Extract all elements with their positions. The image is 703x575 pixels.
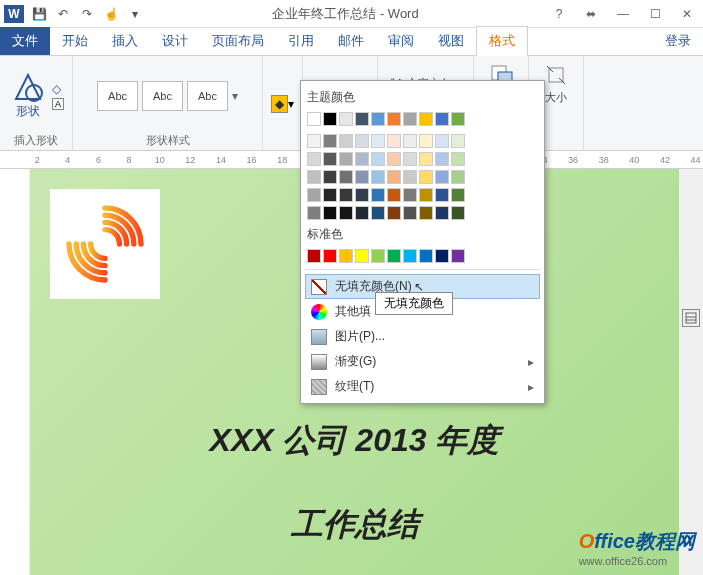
color-swatch[interactable]	[451, 134, 465, 148]
color-swatch[interactable]	[387, 188, 401, 202]
company-logo[interactable]	[50, 189, 160, 299]
color-swatch[interactable]	[355, 188, 369, 202]
color-swatch[interactable]	[371, 170, 385, 184]
document-title-line1[interactable]: XXX 公司 2013 年度	[50, 419, 659, 463]
color-swatch[interactable]	[323, 206, 337, 220]
shape-style-1[interactable]: Abc	[97, 81, 138, 111]
edit-shape-icon[interactable]: ◇	[52, 82, 64, 96]
color-swatch[interactable]	[323, 152, 337, 166]
tab-view[interactable]: 视图	[426, 27, 476, 55]
maximize-button[interactable]: ☐	[643, 7, 667, 21]
color-swatch[interactable]	[307, 134, 321, 148]
color-swatch[interactable]	[339, 170, 353, 184]
color-swatch[interactable]	[435, 188, 449, 202]
tab-format[interactable]: 格式	[476, 26, 528, 56]
color-swatch[interactable]	[435, 170, 449, 184]
redo-icon[interactable]: ↷	[78, 5, 96, 23]
color-swatch[interactable]	[419, 188, 433, 202]
textbox-icon[interactable]: A	[52, 98, 64, 110]
color-swatch[interactable]	[387, 170, 401, 184]
color-swatch[interactable]	[451, 249, 465, 263]
color-swatch[interactable]	[323, 134, 337, 148]
color-swatch[interactable]	[403, 249, 417, 263]
color-swatch[interactable]	[419, 249, 433, 263]
color-swatch[interactable]	[323, 112, 337, 126]
shape-fill-button[interactable]: ◆▾	[271, 95, 294, 113]
shape-style-3[interactable]: Abc	[187, 81, 228, 111]
gradient-fill-item[interactable]: 渐变(G) ▸	[305, 349, 540, 374]
color-swatch[interactable]	[435, 249, 449, 263]
tab-login[interactable]: 登录	[653, 27, 703, 55]
touch-icon[interactable]: ☝	[102, 5, 120, 23]
save-icon[interactable]: 💾	[30, 5, 48, 23]
color-swatch[interactable]	[451, 188, 465, 202]
tab-references[interactable]: 引用	[276, 27, 326, 55]
color-swatch[interactable]	[403, 134, 417, 148]
shapes-button[interactable]: 形状	[8, 71, 48, 121]
color-swatch[interactable]	[307, 112, 321, 126]
color-swatch[interactable]	[403, 188, 417, 202]
color-swatch[interactable]	[339, 249, 353, 263]
color-swatch[interactable]	[339, 112, 353, 126]
undo-icon[interactable]: ↶	[54, 5, 72, 23]
tab-layout[interactable]: 页面布局	[200, 27, 276, 55]
color-swatch[interactable]	[355, 206, 369, 220]
right-scrollbar[interactable]	[679, 169, 703, 575]
color-swatch[interactable]	[339, 206, 353, 220]
color-swatch[interactable]	[451, 170, 465, 184]
color-swatch[interactable]	[435, 206, 449, 220]
color-swatch[interactable]	[355, 112, 369, 126]
color-swatch[interactable]	[387, 249, 401, 263]
color-swatch[interactable]	[435, 134, 449, 148]
color-swatch[interactable]	[307, 206, 321, 220]
color-swatch[interactable]	[371, 188, 385, 202]
color-swatch[interactable]	[435, 112, 449, 126]
color-swatch[interactable]	[403, 206, 417, 220]
color-swatch[interactable]	[387, 206, 401, 220]
color-swatch[interactable]	[355, 134, 369, 148]
layout-options-icon[interactable]	[682, 309, 700, 327]
color-swatch[interactable]	[371, 249, 385, 263]
color-swatch[interactable]	[323, 170, 337, 184]
tab-review[interactable]: 审阅	[376, 27, 426, 55]
color-swatch[interactable]	[387, 134, 401, 148]
color-swatch[interactable]	[451, 112, 465, 126]
styles-more-icon[interactable]: ▾	[232, 89, 238, 103]
color-swatch[interactable]	[435, 152, 449, 166]
color-swatch[interactable]	[371, 206, 385, 220]
tab-insert[interactable]: 插入	[100, 27, 150, 55]
shape-style-2[interactable]: Abc	[142, 81, 183, 111]
color-swatch[interactable]	[355, 249, 369, 263]
ribbon-toggle-button[interactable]: ⬌	[579, 7, 603, 21]
color-swatch[interactable]	[355, 152, 369, 166]
color-swatch[interactable]	[371, 112, 385, 126]
color-swatch[interactable]	[387, 152, 401, 166]
help-button[interactable]: ?	[547, 7, 571, 21]
picture-fill-item[interactable]: 图片(P)...	[305, 324, 540, 349]
qat-more-icon[interactable]: ▾	[126, 5, 144, 23]
color-swatch[interactable]	[339, 134, 353, 148]
color-swatch[interactable]	[419, 206, 433, 220]
tab-mail[interactable]: 邮件	[326, 27, 376, 55]
texture-fill-item[interactable]: 纹理(T) ▸	[305, 374, 540, 399]
close-button[interactable]: ✕	[675, 7, 699, 21]
color-swatch[interactable]	[419, 170, 433, 184]
document-title-line2[interactable]: 工作总结	[50, 503, 659, 547]
color-swatch[interactable]	[451, 206, 465, 220]
color-swatch[interactable]	[371, 152, 385, 166]
color-swatch[interactable]	[323, 188, 337, 202]
color-swatch[interactable]	[355, 170, 369, 184]
tab-file[interactable]: 文件	[0, 27, 50, 55]
color-swatch[interactable]	[307, 249, 321, 263]
color-swatch[interactable]	[451, 152, 465, 166]
color-swatch[interactable]	[387, 112, 401, 126]
color-swatch[interactable]	[307, 152, 321, 166]
color-swatch[interactable]	[339, 188, 353, 202]
tab-home[interactable]: 开始	[50, 27, 100, 55]
color-swatch[interactable]	[403, 112, 417, 126]
color-swatch[interactable]	[419, 152, 433, 166]
color-swatch[interactable]	[419, 112, 433, 126]
color-swatch[interactable]	[307, 188, 321, 202]
vertical-ruler[interactable]	[0, 169, 30, 575]
color-swatch[interactable]	[403, 152, 417, 166]
